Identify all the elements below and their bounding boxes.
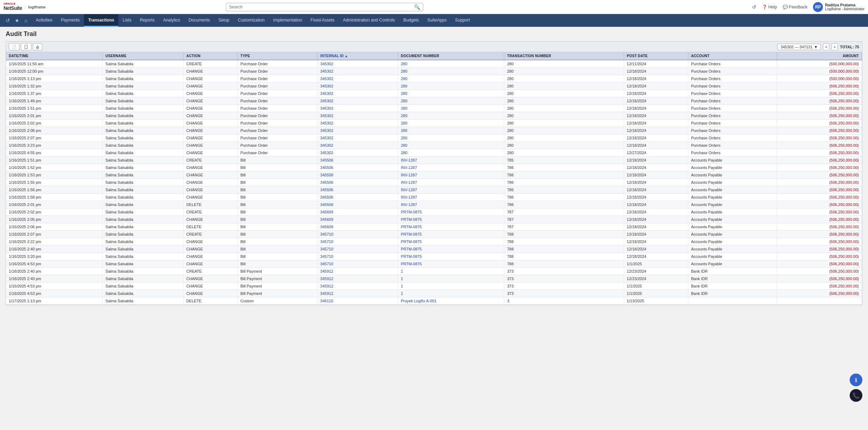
- page-range[interactable]: 345302 — 347131 ▼: [777, 44, 821, 50]
- next-page-button[interactable]: ›: [831, 43, 838, 50]
- cell-document_number[interactable]: 280: [398, 68, 504, 75]
- cell-document_number[interactable]: PRTM-0875: [398, 208, 504, 216]
- cell-document_number[interactable]: 280: [398, 112, 504, 120]
- cell-document_number[interactable]: 1: [398, 283, 504, 290]
- print-button[interactable]: 🖨: [33, 43, 42, 50]
- cell-document_number[interactable]: PRTM-0875: [398, 231, 504, 238]
- cell-document_number[interactable]: 280: [398, 120, 504, 127]
- cell-type[interactable]: Purchase Order: [238, 120, 318, 127]
- cell-internal_id[interactable]: 345912: [317, 283, 398, 290]
- cell-document_number[interactable]: PRTM-0875: [398, 260, 504, 268]
- sidebar-item-suiteapps[interactable]: SuiteApps: [423, 14, 451, 27]
- cell-type[interactable]: Custom: [238, 297, 318, 305]
- cell-internal_id[interactable]: 345609: [317, 216, 398, 223]
- cell-type[interactable]: Bill Payment: [238, 290, 318, 297]
- sidebar-item-setup[interactable]: Setup: [214, 14, 234, 27]
- cell-internal_id[interactable]: 345710: [317, 231, 398, 238]
- cell-internal_id[interactable]: 345506: [317, 171, 398, 179]
- cell-document_number[interactable]: 280: [398, 90, 504, 97]
- cell-internal_id[interactable]: 345302: [317, 120, 398, 127]
- sidebar-item-transactions[interactable]: Transactions: [84, 14, 118, 27]
- sidebar-item-admin[interactable]: Administration and Controls: [339, 14, 399, 27]
- cell-type[interactable]: Bill: [238, 216, 318, 223]
- cell-type[interactable]: Bill: [238, 238, 318, 246]
- cell-document_number[interactable]: INV-1287: [398, 171, 504, 179]
- cell-document_number[interactable]: INV-1287: [398, 164, 504, 171]
- cell-type[interactable]: Bill: [238, 179, 318, 186]
- cell-document_number[interactable]: PRTM-0875: [398, 223, 504, 231]
- feedback-link[interactable]: 💬 Feedback: [783, 5, 808, 10]
- cell-internal_id[interactable]: 345302: [317, 68, 398, 75]
- cell-type[interactable]: Bill: [238, 201, 318, 208]
- cell-type[interactable]: Bill: [238, 157, 318, 164]
- cell-type[interactable]: Purchase Order: [238, 75, 318, 83]
- cell-internal_id[interactable]: 345506: [317, 194, 398, 201]
- cell-internal_id[interactable]: 345506: [317, 201, 398, 208]
- cell-type[interactable]: Bill: [238, 186, 318, 194]
- cell-document_number[interactable]: 280: [398, 149, 504, 157]
- cell-type[interactable]: Bill: [238, 253, 318, 260]
- cell-type[interactable]: Purchase Order: [238, 127, 318, 134]
- sidebar-item-payments[interactable]: Payments: [57, 14, 84, 27]
- cell-document_number[interactable]: Proyek Logifix A-001: [398, 297, 504, 305]
- cell-type[interactable]: Purchase Order: [238, 134, 318, 142]
- cell-type[interactable]: Bill: [238, 208, 318, 216]
- sidebar-item-activities[interactable]: Activities: [31, 14, 56, 27]
- cell-document_number[interactable]: 1: [398, 275, 504, 283]
- prev-page-button[interactable]: ‹: [823, 43, 829, 50]
- sidebar-item-documents[interactable]: Documents: [184, 14, 214, 27]
- sidebar-item-fixed-assets[interactable]: Fixed Assets: [306, 14, 339, 27]
- cell-internal_id[interactable]: 345506: [317, 164, 398, 171]
- cell-document_number[interactable]: 1: [398, 268, 504, 275]
- cell-type[interactable]: Purchase Order: [238, 149, 318, 157]
- sidebar-item-budgets[interactable]: Budgets: [399, 14, 423, 27]
- cell-type[interactable]: Bill: [238, 171, 318, 179]
- cell-type[interactable]: Purchase Order: [238, 60, 318, 68]
- search-bar[interactable]: 🔍: [226, 3, 423, 11]
- cell-type[interactable]: Bill: [238, 164, 318, 171]
- user-area[interactable]: RP Raditya Pratama Logiframe - Administr…: [813, 2, 864, 12]
- cell-internal_id[interactable]: 345302: [317, 97, 398, 105]
- cell-internal_id[interactable]: 345912: [317, 268, 398, 275]
- cell-document_number[interactable]: 280: [398, 97, 504, 105]
- cell-type[interactable]: Bill Payment: [238, 275, 318, 283]
- cell-type[interactable]: Purchase Order: [238, 83, 318, 90]
- cell-document_number[interactable]: PRTM-0875: [398, 238, 504, 246]
- cell-internal_id[interactable]: 345912: [317, 275, 398, 283]
- cell-document_number[interactable]: INV-1287: [398, 186, 504, 194]
- cell-internal_id[interactable]: 345302: [317, 127, 398, 134]
- cell-type[interactable]: Purchase Order: [238, 105, 318, 112]
- cell-document_number[interactable]: 280: [398, 134, 504, 142]
- cell-type[interactable]: Bill: [238, 194, 318, 201]
- cell-document_number[interactable]: 280: [398, 142, 504, 149]
- nav-home-icon[interactable]: ⌂: [22, 16, 29, 25]
- cell-internal_id[interactable]: 345506: [317, 179, 398, 186]
- cell-type[interactable]: Purchase Order: [238, 68, 318, 75]
- cell-document_number[interactable]: 280: [398, 83, 504, 90]
- sidebar-item-support[interactable]: Support: [451, 14, 474, 27]
- cell-document_number[interactable]: 1: [398, 290, 504, 297]
- cell-document_number[interactable]: INV-1287: [398, 194, 504, 201]
- cell-internal_id[interactable]: 345302: [317, 112, 398, 120]
- cell-internal_id[interactable]: 345302: [317, 105, 398, 112]
- cell-internal_id[interactable]: 345710: [317, 253, 398, 260]
- cell-document_number[interactable]: PRTM-0875: [398, 216, 504, 223]
- cell-type[interactable]: Purchase Order: [238, 142, 318, 149]
- sidebar-item-reports[interactable]: Reports: [136, 14, 159, 27]
- cell-document_number[interactable]: 280: [398, 127, 504, 134]
- cell-internal_id[interactable]: 345710: [317, 260, 398, 268]
- cell-document_number[interactable]: PRTM-0875: [398, 246, 504, 253]
- history-icon[interactable]: ↺: [752, 4, 756, 10]
- cell-internal_id[interactable]: 345609: [317, 208, 398, 216]
- cell-internal_id[interactable]: 345302: [317, 142, 398, 149]
- help-link[interactable]: ❓ Help: [762, 5, 777, 10]
- sidebar-item-analytics[interactable]: Analytics: [159, 14, 184, 27]
- export-button[interactable]: 📋: [21, 43, 31, 50]
- cell-internal_id[interactable]: 345302: [317, 149, 398, 157]
- cell-type[interactable]: Bill Payment: [238, 283, 318, 290]
- col-internal-id[interactable]: INTERNAL ID: [317, 52, 398, 60]
- cell-internal_id[interactable]: 345710: [317, 246, 398, 253]
- search-input[interactable]: [229, 5, 414, 10]
- sidebar-item-implementation[interactable]: Implementation: [269, 14, 306, 27]
- cell-type[interactable]: Bill: [238, 260, 318, 268]
